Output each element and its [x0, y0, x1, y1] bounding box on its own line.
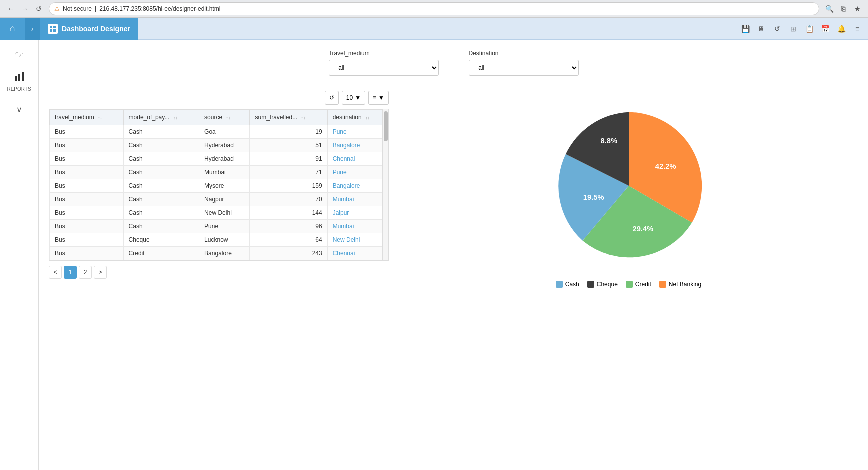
cell-destination-2: Chennai	[327, 152, 388, 166]
preview-button[interactable]: 🖥	[754, 22, 768, 36]
sort-icon-travel: ↑↓	[98, 116, 102, 120]
pie-svg: 42.2% 29.4% 19.5% 8.8%	[544, 101, 714, 271]
sort-icon-mode: ↑↓	[173, 116, 178, 120]
svg-rect-1	[53, 26, 56, 28]
cell-mode_of_pay-5: Cash	[123, 193, 199, 206]
cell-mode_of_pay-4: Cash	[123, 180, 199, 193]
cell-source-6: New Delhi	[199, 206, 250, 220]
grid-button[interactable]: ⊞	[786, 22, 800, 36]
table-row: BusCashNew Delhi144Jaipur	[50, 206, 388, 220]
sort-icon-source: ↑↓	[226, 116, 230, 120]
legend-cash: Cash	[556, 281, 579, 288]
table-wrapper: travel_medium ↑↓ mode_of_pay... ↑↓ sourc…	[49, 109, 389, 261]
sort-icon-sum: ↑↓	[301, 116, 306, 120]
next-page-button[interactable]: >	[94, 266, 107, 279]
zoom-button[interactable]: 🔍	[823, 3, 835, 15]
cell-destination-7: Mumbai	[327, 220, 388, 234]
col-sum-label: sum_travelled...	[255, 114, 297, 121]
prev-page-button[interactable]: <	[49, 266, 62, 279]
cell-destination-8: New Delhi	[327, 234, 388, 247]
table-row: BusCreditBangalore243Chennai	[50, 247, 388, 260]
save-button[interactable]: 💾	[738, 22, 752, 36]
cell-destination-6: Jaipur	[327, 206, 388, 220]
legend-credit-color	[626, 281, 633, 288]
calendar-button[interactable]: 📅	[818, 22, 832, 36]
cell-destination-4: Bangalore	[327, 180, 388, 193]
bookmark-button[interactable]: ★	[851, 3, 863, 15]
notification-button[interactable]: 🔔	[834, 22, 848, 36]
address-bar[interactable]: ⚠ Not secure | 216.48.177.235:8085/hi-ee…	[49, 2, 819, 16]
cell-sum_travelled-3: 71	[250, 166, 327, 180]
sidebar: ☞ REPORTS ∨	[0, 40, 39, 470]
cell-mode_of_pay-3: Cash	[123, 166, 199, 180]
col-dest-label: destination	[333, 114, 362, 121]
svg-rect-0	[50, 26, 52, 28]
home-icon: ⌂	[10, 24, 15, 34]
columns-icon: ≡	[373, 94, 376, 102]
reports-icon	[14, 71, 25, 84]
table-row: BusChequeLucknow64New Delhi	[50, 234, 388, 247]
table-row: BusCashPune96Mumbai	[50, 220, 388, 234]
sidebar-chevron[interactable]: ∨	[12, 102, 27, 117]
col-mode-of-pay[interactable]: mode_of_pay... ↑↓	[123, 110, 199, 126]
destination-label: Destination	[469, 50, 579, 57]
nav-arrow-icon: ›	[31, 25, 34, 33]
nav-arrow-button[interactable]: ›	[25, 18, 40, 40]
cell-travel_medium-0: Bus	[50, 126, 124, 139]
col-source[interactable]: source ↑↓	[199, 110, 250, 126]
col-destination[interactable]: destination ↑↓	[327, 110, 388, 126]
table-row: BusCashHyderabad91Chennai	[50, 152, 388, 166]
data-table: travel_medium ↑↓ mode_of_pay... ↑↓ sourc…	[49, 110, 388, 260]
share-button[interactable]: ⎗	[837, 3, 849, 15]
page-1-button[interactable]: 1	[64, 266, 77, 279]
table-row: BusCashNagpur70Mumbai	[50, 193, 388, 206]
cell-source-2: Hyderabad	[199, 152, 250, 166]
columns-dropdown-icon: ▼	[378, 94, 384, 102]
sidebar-item-touch[interactable]: ☞	[4, 45, 34, 65]
table-row: BusCashHyderabad51Bangalore	[50, 139, 388, 152]
table-row: BusCashMysore159Bangalore	[50, 180, 388, 193]
refresh-table-button[interactable]: ↺	[325, 91, 339, 105]
table-header-row: travel_medium ↑↓ mode_of_pay... ↑↓ sourc…	[50, 110, 388, 126]
columns-button[interactable]: ≡ ▼	[368, 91, 389, 105]
page-2-button[interactable]: 2	[79, 266, 92, 279]
col-sum-travelled[interactable]: sum_travelled... ↑↓	[250, 110, 327, 126]
table-button[interactable]: 📋	[802, 22, 816, 36]
svg-rect-6	[22, 72, 24, 81]
rows-button[interactable]: 10 ▼	[342, 91, 365, 105]
col-travel-medium[interactable]: travel_medium ↑↓	[50, 110, 124, 126]
legend-credit-label: Credit	[635, 281, 651, 288]
cell-source-1: Hyderabad	[199, 139, 250, 152]
pie-chart: 42.2% 29.4% 19.5% 8.8%	[544, 101, 714, 271]
refresh-button[interactable]: ↺	[33, 3, 45, 15]
chart-section: 42.2% 29.4% 19.5% 8.8% Cash Cheque	[399, 91, 858, 288]
browser-nav: ← → ↺	[5, 3, 45, 15]
cell-travel_medium-7: Bus	[50, 220, 124, 234]
cell-sum_travelled-1: 51	[250, 139, 327, 152]
cell-travel_medium-2: Bus	[50, 152, 124, 166]
chart-legend: Cash Cheque Credit Net Banking	[556, 281, 701, 288]
forward-button[interactable]: →	[19, 3, 31, 15]
scroll-bar[interactable]	[382, 110, 388, 260]
travel-medium-select[interactable]: _all_ Bus Train Flight	[329, 60, 439, 76]
cell-sum_travelled-5: 70	[250, 193, 327, 206]
svg-rect-4	[15, 76, 17, 81]
cell-destination-0: Pune	[327, 126, 388, 139]
back-button[interactable]: ←	[5, 3, 17, 15]
sidebar-item-reports[interactable]: REPORTS	[4, 67, 34, 96]
destination-select[interactable]: _all_ Pune Bangalore Chennai Mumbai Jaip…	[469, 60, 579, 76]
warning-icon: ⚠	[54, 6, 60, 12]
destination-filter: Destination _all_ Pune Bangalore Chennai…	[469, 50, 579, 76]
cell-travel_medium-5: Bus	[50, 193, 124, 206]
sync-button[interactable]: ↺	[770, 22, 784, 36]
cell-mode_of_pay-2: Cash	[123, 152, 199, 166]
legend-net-banking-label: Net Banking	[669, 281, 701, 288]
browser-bar: ← → ↺ ⚠ Not secure | 216.48.177.235:8085…	[0, 0, 868, 18]
menu-button[interactable]: ≡	[850, 22, 864, 36]
home-button[interactable]: ⌂	[0, 18, 25, 40]
rows-dropdown-icon: ▼	[355, 94, 361, 102]
cell-sum_travelled-8: 64	[250, 234, 327, 247]
table-body: BusCashGoa19PuneBusCashHyderabad51Bangal…	[50, 126, 388, 260]
table-row: BusCashGoa19Pune	[50, 126, 388, 139]
scroll-thumb[interactable]	[384, 112, 388, 142]
